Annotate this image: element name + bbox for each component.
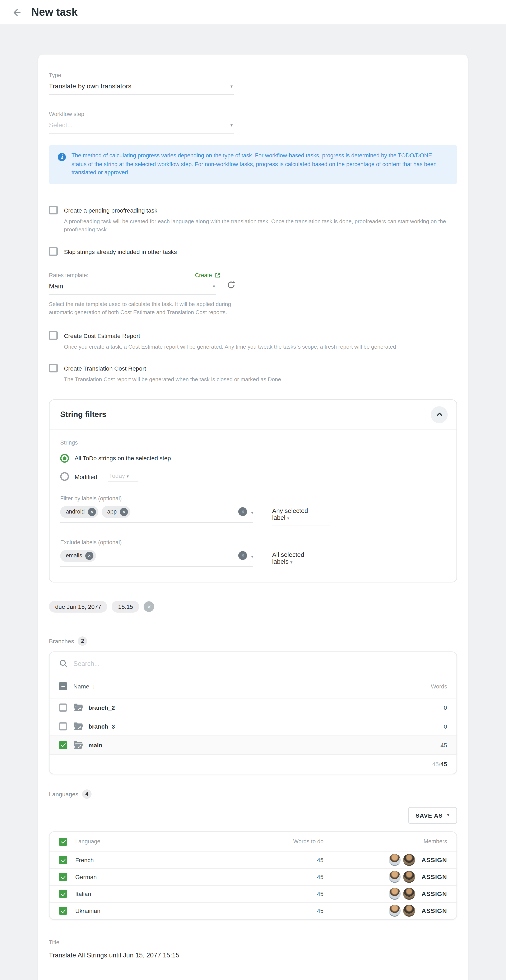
cost-estimate-group: Create Cost Estimate Report Once you cre… (49, 331, 457, 351)
rates-template-select[interactable]: Main ▾ (49, 281, 216, 294)
branches-select-all-checkbox[interactable] (59, 682, 67, 690)
chip-remove-icon[interactable]: × (120, 508, 128, 516)
workflow-step-select[interactable]: Select... ▾ (49, 120, 234, 134)
translation-cost-checkbox[interactable] (49, 364, 58, 372)
assign-button[interactable]: ASSIGN (422, 873, 447, 880)
cost-estimate-checkbox[interactable] (49, 331, 58, 340)
clear-all-icon[interactable]: × (239, 507, 247, 516)
skip-strings-checkbox[interactable] (49, 247, 58, 256)
clear-all-icon[interactable]: × (239, 551, 247, 560)
language-checkbox[interactable] (59, 873, 67, 881)
save-as-button[interactable]: SAVE AS ▾ (408, 807, 457, 824)
avatar (389, 854, 401, 866)
caret-down-icon: ▾ (213, 284, 215, 289)
filter-labels-match-value: Any selected label (272, 507, 308, 521)
branch-checkbox[interactable] (59, 741, 67, 749)
branch-row[interactable]: branch_2 0 (49, 698, 457, 716)
due-date-row: due Jun 15, 2077 15:15 × (49, 600, 457, 612)
modified-range-select[interactable]: Today ▾ (108, 472, 138, 481)
type-select[interactable]: Translate by own translators ▾ (49, 81, 234, 95)
caret-down-icon: ▾ (230, 84, 232, 89)
exclude-labels-input[interactable]: emails × × ▾ (60, 550, 253, 566)
label-chip-text: app (107, 509, 117, 515)
label-chip-text: android (66, 509, 84, 515)
radio-all-todo[interactable] (60, 454, 69, 463)
assign-button[interactable]: ASSIGN (422, 856, 447, 863)
back-button[interactable] (9, 5, 24, 20)
branches-header: Branches 2 (49, 636, 457, 646)
caret-down-icon: ▾ (251, 554, 253, 559)
exclude-labels-match-value: All selected labels (272, 551, 304, 565)
language-words: 45 (317, 856, 323, 863)
new-task-card: Type Translate by own translators ▾ Work… (38, 54, 468, 980)
branch-row[interactable]: branch_3 0 (49, 716, 457, 735)
rates-template-value: Main (49, 282, 63, 290)
caret-down-icon: ▾ (230, 123, 232, 128)
title-input[interactable] (49, 950, 457, 964)
member-avatars (389, 871, 415, 883)
language-row[interactable]: German 45 ASSIGN (49, 868, 457, 885)
chip-remove-icon[interactable]: × (88, 508, 96, 516)
title-field: Title (49, 939, 457, 964)
language-row[interactable]: French 45 ASSIGN (49, 851, 457, 868)
member-avatars (389, 905, 415, 917)
radio-modified[interactable] (60, 472, 69, 481)
due-remove-icon[interactable]: × (144, 601, 154, 612)
workflow-step-placeholder: Select... (49, 121, 73, 129)
skip-strings-label: Skip strings already included in other t… (64, 247, 177, 255)
radio-all-todo-row[interactable]: All ToDo strings on the selected step (60, 454, 446, 463)
language-checkbox[interactable] (59, 907, 67, 915)
cost-estimate-checkbox-row[interactable]: Create Cost Estimate Report (49, 331, 457, 340)
language-name: French (75, 856, 94, 863)
languages-table: Language Words to do Members French 45 A… (49, 831, 457, 920)
translation-cost-label: Create Translation Cost Report (64, 364, 146, 372)
language-row[interactable]: Italian 45 ASSIGN (49, 885, 457, 902)
branch-row[interactable]: main 45 (49, 735, 457, 754)
refresh-button[interactable] (226, 280, 236, 292)
radio-modified-label: Modified (75, 473, 97, 480)
due-time-chip[interactable]: 15:15 (112, 600, 139, 612)
skip-strings-checkbox-row[interactable]: Skip strings already included in other t… (49, 247, 457, 256)
due-date-chip[interactable]: due Jun 15, 2077 (49, 600, 107, 612)
caret-down-icon: ▾ (290, 560, 293, 564)
collapse-button[interactable] (431, 406, 448, 423)
rates-template-label: Rates template: (49, 272, 88, 278)
language-row[interactable]: Ukrainian 45 ASSIGN (49, 902, 457, 919)
sort-desc-icon[interactable]: ↓ (92, 683, 95, 689)
language-words: 45 (317, 907, 323, 914)
branches-count-badge: 2 (78, 636, 87, 646)
filter-labels-input[interactable]: android × app × × ▾ (60, 506, 253, 523)
type-field: Type Translate by own translators ▾ (49, 72, 457, 95)
branches-words-column-header: Words (431, 683, 447, 689)
language-checkbox[interactable] (59, 856, 67, 864)
branch-checkbox[interactable] (59, 703, 67, 711)
caret-down-icon: ▾ (447, 813, 450, 818)
rates-template-group: Rates template: Create Main ▾ (49, 272, 457, 317)
info-banner-text: The method of calculating progress varie… (72, 152, 448, 177)
branch-checkbox[interactable] (59, 722, 67, 730)
chip-remove-icon[interactable]: × (85, 552, 94, 560)
language-checkbox[interactable] (59, 890, 67, 898)
branches-name-column-header[interactable]: Name (73, 683, 89, 690)
branch-folder-icon (73, 722, 83, 730)
proofreading-group: Create a pending proofreading task A pro… (49, 205, 457, 234)
filter-labels-match-select[interactable]: Any selected label ▾ (272, 506, 330, 525)
languages-header: Languages 4 (49, 789, 457, 799)
exclude-labels-match-select[interactable]: All selected labels ▾ (272, 550, 330, 569)
assign-button[interactable]: ASSIGN (422, 907, 447, 914)
branch-folder-icon (73, 703, 83, 712)
avatar (389, 888, 401, 900)
translation-cost-checkbox-row[interactable]: Create Translation Cost Report (49, 364, 457, 372)
branches-total-separator: / (439, 760, 441, 767)
create-rates-template-link[interactable]: Create (195, 272, 221, 278)
radio-modified-row[interactable]: Modified Today ▾ (60, 472, 446, 481)
branches-search-input[interactable] (73, 659, 425, 667)
proofreading-checkbox[interactable] (49, 205, 58, 214)
language-name: Italian (75, 890, 91, 897)
languages-select-all-checkbox[interactable] (59, 837, 67, 846)
type-value: Translate by own translators (49, 82, 132, 90)
caret-down-icon: ▾ (127, 474, 129, 478)
proofreading-checkbox-row[interactable]: Create a pending proofreading task (49, 205, 457, 214)
assign-button[interactable]: ASSIGN (422, 890, 447, 897)
proofreading-description: A proofreading task will be created for … (64, 217, 457, 234)
